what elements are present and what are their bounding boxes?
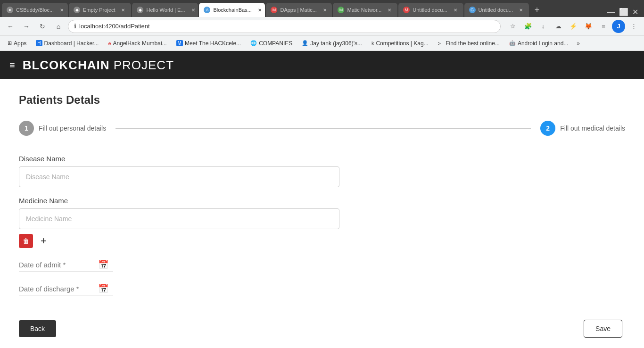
app-title: BLCOKCHAIN PROJECT [23, 58, 174, 73]
step-1-number: 1 [25, 124, 28, 132]
maximize-button[interactable]: ⬜ [619, 8, 628, 17]
meet-icon: M [176, 40, 183, 46]
date-admit-input[interactable] [19, 261, 94, 269]
dashboard-icon: H [36, 40, 42, 46]
bookmarks-more-button[interactable]: » [574, 39, 583, 48]
extension-button5[interactable]: 🦊 [582, 20, 595, 33]
tab-gdoc[interactable]: G Untitled docu... ✕ [464, 3, 529, 17]
step-1: 1 Fill out personal details [19, 121, 106, 136]
tab-icon-csbuddy: ● [7, 7, 13, 13]
main-content: Patients Detals 1 Fill out personal deta… [0, 79, 644, 348]
medicine-name-input[interactable] [19, 208, 339, 229]
medicine-actions-row: 🗑 + [19, 234, 443, 248]
tab-icon-dapps: M [271, 7, 277, 13]
tab-close-dapps[interactable]: ✕ [322, 7, 328, 13]
bookmark-companies-label: COMPANIES [259, 40, 292, 47]
tab-label-dapps: DApps | Matic... [280, 7, 316, 13]
tab-icon-gmail: M [403, 7, 410, 13]
profile-button[interactable]: J [612, 20, 625, 33]
bookmark-meet[interactable]: M Meet The HACKcele... [173, 39, 245, 48]
app-title-light: PROJECT [114, 58, 174, 72]
tab-blockchain[interactable]: A BlockchainBas... ✕ [199, 3, 265, 17]
date-discharge-input[interactable] [19, 285, 94, 293]
bookmark-find-label: Find the best online... [446, 40, 500, 47]
stepper: 1 Fill out personal details 2 Fill out m… [19, 121, 625, 136]
extension-button2[interactable]: ↓ [537, 20, 550, 33]
bookmark-dashboard[interactable]: H Dashboard | Hacker... [32, 39, 102, 48]
bookmark-android[interactable]: 🤖 Android Login and... [505, 39, 572, 48]
trash-icon: 🗑 [23, 237, 29, 245]
tab-close-gmail[interactable]: ✕ [452, 7, 459, 13]
bookmark-jay[interactable]: 👤 Jay tank (jay306)'s... [298, 39, 366, 48]
lock-icon: ℹ [74, 23, 76, 30]
hamburger-menu-icon[interactable]: ≡ [9, 60, 15, 71]
app-header: ≡ BLCOKCHAIN PROJECT [0, 51, 644, 79]
bookmark-competitions[interactable]: k Competitions | Kag... [368, 39, 432, 48]
date-admit-row: 📅 [19, 259, 113, 272]
bookmark-star-button[interactable]: ☆ [506, 20, 520, 33]
add-medicine-button[interactable]: + [39, 235, 49, 247]
app-wrapper: ≡ BLCOKCHAIN PROJECT Patients Detals 1 F… [0, 51, 644, 348]
bookmark-jay-label: Jay tank (jay306)'s... [310, 40, 362, 47]
new-tab-button[interactable]: + [530, 3, 544, 17]
forward-nav-button[interactable]: → [20, 20, 33, 33]
tab-close-matic[interactable]: ✕ [386, 7, 393, 13]
step-2: 2 Fill out medical details [540, 121, 625, 136]
tab-label-gmail: Untitled docu... [413, 7, 447, 13]
step-connector [116, 128, 531, 129]
tab-csbuddy[interactable]: ● CSBuddy/Bloc... ✕ [2, 3, 68, 17]
tab-close-helloworld[interactable]: ✕ [190, 7, 197, 13]
extension-button4[interactable]: ⚡ [567, 20, 580, 33]
minimize-button[interactable]: — [607, 7, 615, 17]
date-discharge-calendar-icon[interactable]: 📅 [98, 283, 108, 294]
reload-button[interactable]: ↻ [36, 20, 49, 33]
extension-button6[interactable]: ≡ [597, 20, 610, 33]
extension-button3[interactable]: ☁ [552, 20, 565, 33]
tab-label-gdoc: Untitled docu... [479, 7, 513, 13]
save-button[interactable]: Save [584, 320, 622, 338]
tab-label-csbuddy: CSBuddy/Bloc... [16, 7, 54, 13]
step-2-circle: 2 [540, 121, 555, 136]
delete-medicine-button[interactable]: 🗑 [19, 234, 33, 248]
step-1-label: Fill out personal details [39, 124, 106, 132]
tab-close-empty[interactable]: ✕ [120, 7, 126, 13]
back-button[interactable]: Back [19, 320, 56, 337]
tab-close-blockchain[interactable]: ✕ [256, 7, 263, 13]
competitions-icon: k [372, 41, 374, 46]
extension-puzzle-button[interactable]: 🧩 [521, 20, 535, 33]
apps-icon: ⊞ [8, 40, 12, 46]
tab-close-csbuddy[interactable]: ✕ [58, 7, 65, 13]
more-menu-button[interactable]: ⋮ [627, 20, 640, 33]
bookmark-angelhack[interactable]: e AngelHack Mumbai... [104, 39, 170, 48]
bookmark-apps[interactable]: ⊞ Apps [4, 39, 30, 48]
tab-empty[interactable]: ◆ Empty Project ✕ [69, 3, 131, 17]
date-admit-calendar-icon[interactable]: 📅 [98, 259, 108, 270]
bookmarks-bar: ⊞ Apps H Dashboard | Hacker... e AngelHa… [0, 36, 644, 51]
tab-icon-empty: ◆ [74, 7, 80, 13]
android-icon: 🤖 [509, 40, 516, 46]
step-1-circle: 1 [19, 121, 34, 136]
close-window-button[interactable]: ✕ [632, 8, 638, 17]
tab-matic[interactable]: M Matic Networ... ✕ [333, 3, 397, 17]
tab-gmail[interactable]: M Untitled docu... ✕ [398, 3, 463, 17]
tab-helloworld[interactable]: ◆ Hello World | E... ✕ [132, 3, 198, 17]
disease-name-input[interactable] [19, 166, 339, 187]
step-2-number: 2 [546, 124, 550, 132]
tab-dapps[interactable]: M DApps | Matic... ✕ [266, 3, 332, 17]
address-text: localhost:4200/addPatient [79, 23, 150, 30]
tab-label-matic: Matic Networ... [347, 7, 381, 13]
tab-label-empty: Empty Project [83, 7, 115, 13]
bookmark-apps-label: Apps [14, 40, 26, 47]
back-nav-button[interactable]: ← [4, 20, 17, 33]
tab-icon-blockchain: A [204, 7, 210, 13]
bookmark-competitions-label: Competitions | Kag... [376, 40, 428, 47]
tab-icon-matic: M [338, 7, 344, 13]
tab-icon-helloworld: ◆ [137, 7, 143, 13]
home-button[interactable]: ⌂ [52, 20, 65, 33]
tab-icon-gdoc: G [469, 7, 476, 13]
address-bar[interactable]: ℹ localhost:4200/addPatient [68, 20, 501, 33]
bookmark-find[interactable]: >_ Find the best online... [434, 39, 504, 48]
bookmark-companies[interactable]: 🌐 COMPANIES [247, 39, 296, 48]
bookmark-angelhack-label: AngelHack Mumbai... [113, 40, 167, 47]
tab-close-gdoc[interactable]: ✕ [518, 7, 524, 13]
